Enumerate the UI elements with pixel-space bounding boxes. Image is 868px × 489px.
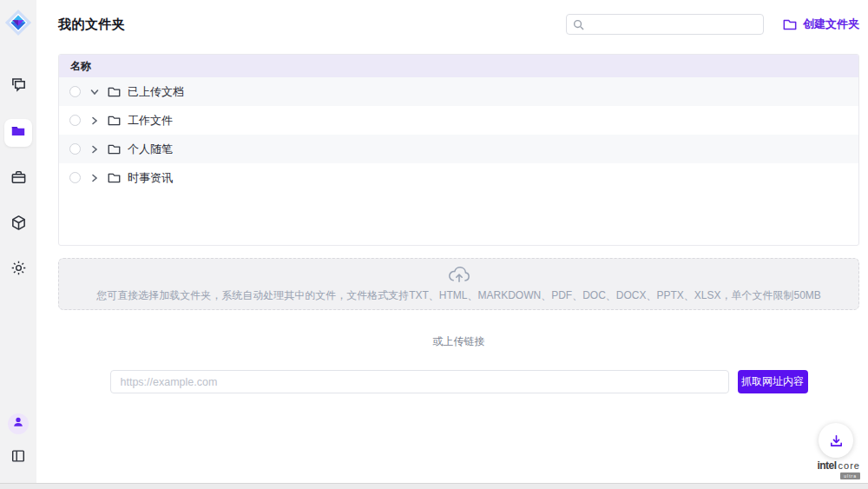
cloud-upload-icon	[448, 266, 470, 285]
folder-icon	[108, 115, 121, 127]
sidebar-bottom	[5, 413, 31, 471]
sidebar-item-models[interactable]	[5, 211, 31, 237]
download-fab-button[interactable]	[819, 423, 853, 458]
table-row[interactable]: 个人随笔	[59, 135, 858, 163]
sidebar-item-workspace[interactable]	[5, 166, 31, 192]
table-header: 名称	[59, 55, 858, 77]
folder-icon	[108, 86, 121, 98]
topbar: 我的文件夹 创建文件夹	[58, 0, 859, 49]
row-checkbox[interactable]	[69, 143, 81, 155]
folder-plus-icon	[783, 18, 797, 31]
chevron-right-icon[interactable]	[89, 144, 100, 155]
download-icon	[829, 433, 844, 448]
table-row[interactable]: 工作文件	[59, 106, 858, 135]
gear-icon	[10, 260, 27, 280]
cube-icon	[10, 215, 27, 235]
fetch-url-button[interactable]: 抓取网址内容	[738, 370, 808, 393]
sidebar-item-settings[interactable]	[5, 256, 31, 282]
intel-word: intel	[817, 459, 836, 472]
sidebar	[0, 0, 36, 483]
table-row[interactable]: 时事资讯	[59, 163, 858, 192]
folder-name: 时事资讯	[128, 170, 173, 186]
layout-icon	[10, 448, 26, 467]
intel-core-word: core	[838, 460, 860, 471]
collapse-sidebar-button[interactable]	[5, 445, 31, 471]
intel-ultra-badge: ultra	[840, 472, 860, 479]
url-input[interactable]	[110, 370, 729, 393]
chevron-right-icon[interactable]	[89, 116, 100, 126]
chevron-right-icon[interactable]	[89, 173, 100, 183]
folder-name: 工作文件	[128, 113, 173, 129]
folder-name: 个人随笔	[128, 142, 173, 157]
row-checkbox[interactable]	[69, 172, 81, 183]
sidebar-item-chat[interactable]	[5, 74, 31, 100]
folder-icon	[10, 123, 26, 142]
app-logo-icon[interactable]	[3, 8, 33, 37]
search-box[interactable]	[566, 14, 764, 35]
chat-icon	[10, 77, 27, 97]
avatar[interactable]	[8, 413, 29, 434]
chevron-down-icon[interactable]	[89, 87, 100, 97]
row-checkbox[interactable]	[69, 86, 81, 97]
row-checkbox[interactable]	[69, 115, 81, 126]
folder-icon	[108, 143, 121, 155]
user-icon	[12, 416, 24, 432]
folder-icon	[108, 172, 121, 184]
create-folder-button[interactable]: 创建文件夹	[783, 17, 859, 32]
upload-hint-text: 您可直接选择加载文件夹，系统自动处理其中的文件，文件格式支持TXT、HTML、M…	[96, 288, 821, 303]
sidebar-item-folders[interactable]	[4, 119, 32, 147]
main-panel: 我的文件夹 创建文件夹	[36, 0, 868, 483]
or-upload-link-label: 或上传链接	[58, 334, 859, 349]
table-row[interactable]: 已上传文档	[59, 77, 858, 106]
search-icon	[573, 19, 584, 30]
page-title: 我的文件夹	[58, 17, 126, 33]
briefcase-icon	[10, 169, 27, 189]
folder-table: 名称 已上传文档 工作文件	[58, 54, 859, 246]
search-input[interactable]	[589, 18, 757, 30]
url-upload-row: 抓取网址内容	[58, 370, 859, 393]
name-column-header: 名称	[70, 59, 91, 74]
create-folder-label: 创建文件夹	[803, 17, 859, 32]
upload-dropzone[interactable]: 您可直接选择加载文件夹，系统自动处理其中的文件，文件格式支持TXT、HTML、M…	[58, 258, 859, 310]
window-bottom-edge	[0, 483, 868, 489]
folder-name: 已上传文档	[128, 84, 184, 100]
sidebar-nav	[4, 74, 32, 282]
intel-core-logo: intel core ultra	[817, 459, 860, 479]
